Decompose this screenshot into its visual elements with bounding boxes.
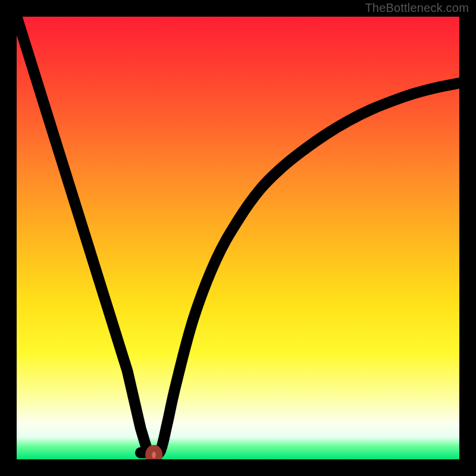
chart-svg [17,17,459,459]
plot-area [17,17,459,459]
chart-frame: TheBottleneck.com [0,0,476,476]
optimal-point-marker [149,448,159,459]
attribution-text: TheBottleneck.com [365,1,469,15]
bottleneck-curve [17,17,459,455]
